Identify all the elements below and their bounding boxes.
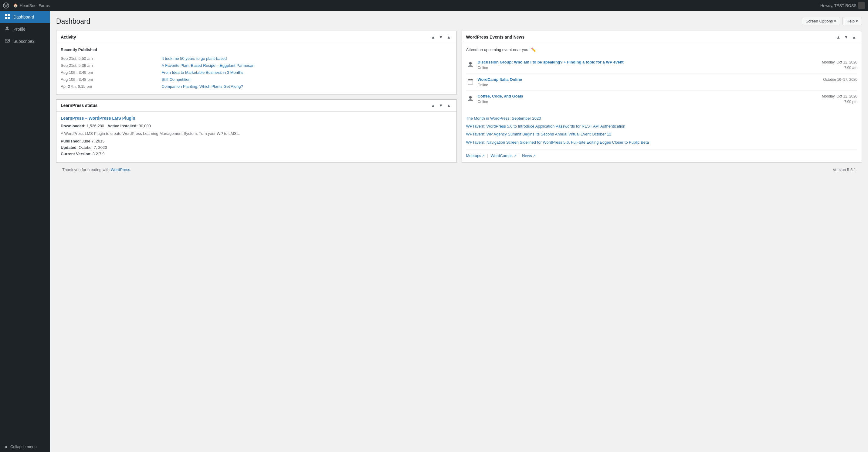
- activity-table-row: Apr 27th, 6:15 pm Companion Planting: Wh…: [61, 83, 452, 90]
- sidebar-item-profile[interactable]: Profile: [0, 23, 50, 35]
- event-location: Online: [478, 83, 820, 87]
- activity-toggle-button[interactable]: ▲: [445, 34, 452, 40]
- user-avatar: [858, 2, 865, 9]
- event-name-link[interactable]: WordCamp Italia Online: [478, 77, 522, 82]
- svg-rect-3: [8, 14, 10, 16]
- meetups-external-icon: ↗: [482, 154, 485, 158]
- svg-rect-4: [5, 17, 7, 19]
- event-item: Discussion Group: Who am I to be speakin…: [466, 57, 858, 74]
- profile-icon: [4, 26, 10, 32]
- help-button[interactable]: Help ▾: [842, 17, 862, 25]
- events-widget-title: WordPress Events and News: [466, 35, 525, 39]
- screen-options-button[interactable]: Screen Options ▾: [802, 17, 840, 25]
- svg-point-6: [6, 27, 8, 29]
- event-type-icon: [466, 60, 475, 69]
- svg-rect-2: [5, 14, 7, 16]
- collapse-icon: ◀: [4, 444, 7, 449]
- event-location: Online: [478, 100, 819, 104]
- activity-collapse-down-button[interactable]: ▼: [438, 34, 444, 40]
- learnpress-description: A WordPress LMS Plugin to create WordPre…: [61, 131, 452, 137]
- learnpress-widget-body: LearnPress – WordPress LMS Plugin Downlo…: [57, 111, 457, 163]
- news-section: The Month in WordPress: September 2020WP…: [466, 112, 858, 145]
- wordpress-link[interactable]: WordPress: [111, 167, 130, 172]
- meetups-link[interactable]: Meetups ↗: [466, 153, 485, 158]
- activity-table-row: Aug 10th, 3:49 pm From Idea to Marketabl…: [61, 69, 452, 76]
- activity-date: Sep 21st, 5:50 am: [61, 55, 162, 62]
- page-title: Dashboard: [56, 17, 90, 26]
- activity-collapse-up-button[interactable]: ▲: [430, 34, 436, 40]
- activity-post-link[interactable]: From Idea to Marketable Business in 3 Mo…: [162, 70, 243, 75]
- activity-section-title: Recently Published: [61, 47, 452, 52]
- activity-table: Sep 21st, 5:50 am It took me 50 years to…: [61, 55, 452, 90]
- events-toggle-button[interactable]: ▲: [851, 34, 857, 40]
- sidebar-item-dashboard-label: Dashboard: [13, 15, 34, 20]
- sidebar-item-subscribe2[interactable]: Subscribe2: [0, 35, 50, 47]
- activity-post-link[interactable]: It took me 50 years to go plant-based: [162, 56, 227, 61]
- svg-rect-7: [5, 39, 9, 42]
- admin-bar: W 🏠 HeartBeet Farms Howdy, TEST ROSS: [0, 0, 868, 11]
- wordcamps-link[interactable]: WordCamps ↗: [491, 153, 516, 158]
- sidebar-item-profile-label: Profile: [13, 27, 26, 32]
- events-collapse-up-button[interactable]: ▲: [835, 34, 842, 40]
- events-intro: Attend an upcoming event near you. ✏️: [466, 47, 858, 52]
- event-name-link[interactable]: Coffee, Code, and Goals: [478, 94, 523, 98]
- activity-table-row: Aug 10th, 3:48 pm Stiff Competition: [61, 76, 452, 83]
- activity-post-link[interactable]: Companion Planting: Which Plants Get Alo…: [162, 84, 243, 89]
- activity-table-row: Sep 21st, 5:36 am A Favorite Plant-Based…: [61, 62, 452, 69]
- separator-1: |: [487, 153, 488, 158]
- learnpress-collapse-up-button[interactable]: ▲: [430, 103, 436, 108]
- activity-widget-header: Activity ▲ ▼ ▲: [57, 31, 457, 43]
- sidebar-item-subscribe2-label: Subscribe2: [13, 39, 35, 44]
- activity-widget-controls: ▲ ▼ ▲: [430, 34, 452, 40]
- header-buttons: Screen Options ▾ Help ▾: [802, 17, 862, 25]
- widget-footer: Meetups ↗ | WordCamps ↗ | News ↗: [466, 149, 858, 158]
- wp-logo-icon[interactable]: W: [3, 2, 9, 8]
- activity-post-link[interactable]: Stiff Competition: [162, 77, 191, 82]
- learnpress-published: Published: June 7, 2015: [61, 139, 452, 143]
- collapse-menu-button[interactable]: ◀ Collapse menu: [0, 441, 50, 452]
- activity-table-row: Sep 21st, 5:50 am It took me 50 years to…: [61, 55, 452, 62]
- learnpress-widget-header: LearnPress status ▲ ▼ ▲: [57, 100, 457, 111]
- dashboard-grid: Activity ▲ ▼ ▲ Recently Published Sep 21…: [56, 31, 862, 163]
- news-link-footer[interactable]: News ↗: [522, 153, 536, 158]
- news-item-link[interactable]: The Month in WordPress: September 2020: [466, 116, 858, 121]
- event-type-icon: [466, 78, 475, 86]
- learnpress-widget-title: LearnPress status: [61, 103, 97, 108]
- news-item-link[interactable]: WPTavern: WordPress 5.6 to Introduce App…: [466, 124, 858, 129]
- events-widget-header: WordPress Events and News ▲ ▼ ▲: [462, 31, 862, 43]
- event-location: Online: [478, 66, 819, 70]
- page-footer: Thank you for creating with WordPress. V…: [56, 163, 862, 177]
- admin-bar-site-link[interactable]: 🏠 HeartBeet Farms: [13, 3, 50, 8]
- page-header: Dashboard Screen Options ▾ Help ▾: [56, 17, 862, 26]
- edit-location-icon[interactable]: ✏️: [531, 47, 536, 52]
- learnpress-plugin-link[interactable]: LearnPress – WordPress LMS Plugin: [61, 116, 135, 121]
- activity-date: Apr 27th, 6:15 pm: [61, 83, 162, 90]
- event-info: Discussion Group: Who am I to be speakin…: [478, 60, 819, 70]
- subscribe2-icon: [4, 38, 10, 44]
- events-list: Discussion Group: Who am I to be speakin…: [466, 57, 858, 108]
- main-content: Dashboard Screen Options ▾ Help ▾ Activi…: [50, 11, 868, 452]
- left-column: Activity ▲ ▼ ▲ Recently Published Sep 21…: [56, 31, 457, 163]
- learnpress-widget: LearnPress status ▲ ▼ ▲ LearnPress – Wor…: [56, 99, 457, 163]
- events-widget-controls: ▲ ▼ ▲: [835, 34, 857, 40]
- event-item: WordCamp Italia Online Online October 16…: [466, 74, 858, 90]
- learnpress-toggle-button[interactable]: ▲: [445, 103, 452, 108]
- wordcamps-external-icon: ↗: [514, 154, 516, 158]
- event-type-icon: [466, 94, 475, 103]
- svg-point-8: [469, 62, 471, 64]
- event-date: Monday, Oct 12, 20207:00 am: [822, 60, 857, 70]
- activity-post-link[interactable]: A Favorite Plant-Based Recipe – Eggplant…: [162, 63, 255, 68]
- learnpress-collapse-down-button[interactable]: ▼: [438, 103, 444, 108]
- activity-date: Aug 10th, 3:49 pm: [61, 69, 162, 76]
- event-name-link[interactable]: Discussion Group: Who am I to be speakin…: [478, 60, 624, 64]
- sidebar-item-dashboard[interactable]: Dashboard: [0, 11, 50, 23]
- news-item-link[interactable]: WPTavern: Navigation Screen Sidelined fo…: [466, 140, 858, 145]
- help-arrow-icon: ▾: [856, 19, 858, 23]
- learnpress-updated: Updated: October 7, 2020: [61, 145, 452, 150]
- news-item-link[interactable]: WPTavern: WP Agency Summit Begins Its Se…: [466, 132, 858, 137]
- sidebar: Dashboard Profile Subscribe2 ◀: [0, 11, 50, 452]
- events-collapse-down-button[interactable]: ▼: [843, 34, 849, 40]
- svg-point-10: [469, 96, 471, 98]
- footer-thank-you: Thank you for creating with WordPress.: [62, 167, 131, 172]
- separator-2: |: [519, 153, 520, 158]
